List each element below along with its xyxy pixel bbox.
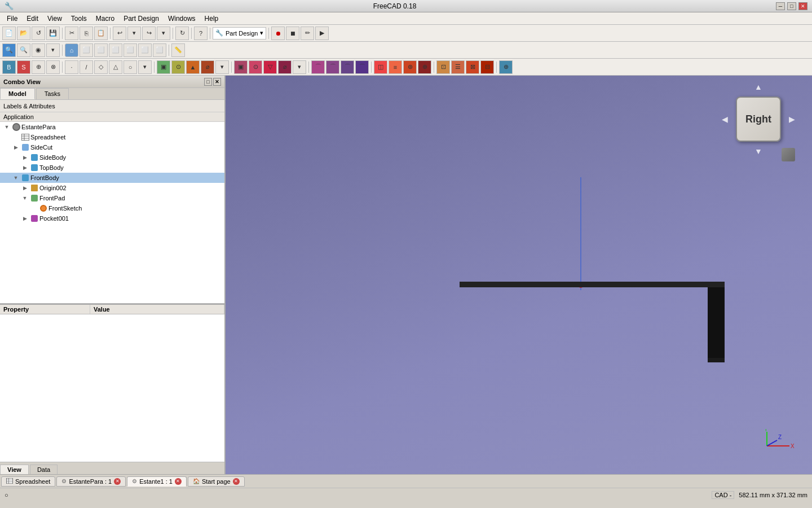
multi-transform[interactable]: ⊕ (418, 60, 431, 74)
poly-button[interactable]: △ (109, 60, 122, 74)
menu-item-edit[interactable]: Edit (22, 14, 43, 24)
help-button[interactable]: ? (194, 27, 208, 40)
paste-button[interactable]: 📋 (94, 27, 108, 40)
pad-button[interactable]: ▣ (157, 60, 170, 74)
toggle-sidecut[interactable]: ▶ (11, 144, 20, 150)
cut-button[interactable]: ✂ (65, 27, 78, 40)
sub-dropdown-button[interactable]: ▾ (293, 60, 306, 74)
home-view-button[interactable]: ⌂ (65, 43, 78, 57)
revert-button[interactable]: ↺ (32, 27, 45, 40)
groove-button[interactable]: ⊙ (249, 60, 262, 74)
redo-dropdown[interactable]: ▾ (157, 27, 170, 40)
draw-style-btn[interactable]: ◉ (32, 43, 45, 57)
maximize-button[interactable]: □ (787, 2, 796, 10)
fillet-button[interactable]: ⌒ (311, 60, 325, 74)
draft-button[interactable]: ⌒ (341, 60, 354, 74)
doc-tab-estante1-close[interactable]: ✕ (175, 478, 182, 485)
tab-view[interactable]: View (0, 465, 29, 474)
toggle-frontpad[interactable]: ▼ (20, 195, 29, 201)
tree-item-spreadsheet[interactable]: Spreadsheet (0, 132, 224, 142)
tree-item-frontbody[interactable]: ▼ FrontBody (0, 173, 224, 183)
sub-pipe-button[interactable]: ⌀ (278, 60, 292, 74)
section-button[interactable]: ⊡ (436, 60, 450, 74)
menu-item-macro[interactable]: Macro (91, 14, 119, 24)
menu-item-windows[interactable]: Windows (164, 14, 200, 24)
mirror-button[interactable]: ◫ (374, 60, 387, 74)
tree-item-frontsketch[interactable]: FrontSketch (0, 203, 224, 213)
line-button[interactable]: / (80, 60, 93, 74)
bool-button[interactable]: ⊗ (46, 60, 60, 74)
arc-dropdown-button[interactable]: ▾ (138, 60, 152, 74)
viewport[interactable]: ▲ ◀ ▶ ▼ Right (226, 76, 812, 474)
bottom-view-button[interactable]: ⬜ (138, 43, 152, 57)
extra-button[interactable]: ⊕ (499, 60, 513, 74)
close-shape-button[interactable]: ⊠ (466, 60, 479, 74)
macro-run-button[interactable]: ▶ (315, 27, 329, 40)
back-view-button[interactable]: ⬜ (123, 43, 137, 57)
menu-item-tools[interactable]: Tools (67, 14, 91, 24)
subshape-button[interactable]: S (17, 60, 30, 74)
measure-button[interactable]: 📏 (171, 43, 185, 57)
tab-data[interactable]: Data (30, 465, 58, 474)
doc-tab-startpage[interactable]: 🏠 Start page ✕ (188, 476, 245, 487)
doc-tab-spreadsheet[interactable]: Spreadsheet (1, 476, 55, 487)
refresh-button[interactable]: ↻ (175, 27, 189, 40)
undo-button[interactable]: ↩ (113, 27, 126, 40)
left-view-button[interactable]: ⬜ (153, 43, 166, 57)
macro-edit-button[interactable]: ✏ (301, 27, 314, 40)
sub-loft-button[interactable]: ▽ (263, 60, 277, 74)
redo-button[interactable]: ↪ (142, 27, 156, 40)
open-button[interactable]: 📂 (17, 27, 30, 40)
new-button[interactable]: 📄 (2, 27, 16, 40)
zoom-in-button[interactable]: 🔍 (17, 43, 30, 57)
toggle-estantepara[interactable]: ▼ (2, 124, 11, 130)
top-view-button[interactable]: ⬜ (109, 43, 122, 57)
tree-item-origin002[interactable]: ▶ Origin002 (0, 183, 224, 193)
shape-bind-button[interactable]: ⊟ (480, 60, 494, 74)
minimize-button[interactable]: ─ (776, 2, 785, 10)
tab-model[interactable]: Model (0, 88, 35, 99)
close-button[interactable]: ✕ (798, 2, 807, 10)
tree-item-frontpad[interactable]: ▼ FrontPad (0, 193, 224, 203)
right-view-button[interactable]: ⬜ (94, 43, 108, 57)
tree-item-topbody[interactable]: ▶ TopBody (0, 163, 224, 173)
polar-pattern[interactable]: ⊛ (403, 60, 417, 74)
menu-item-file[interactable]: File (2, 14, 22, 24)
toggle-origin002[interactable]: ▶ (20, 185, 29, 191)
tab-tasks[interactable]: Tasks (36, 88, 69, 99)
combo-close-button[interactable]: ✕ (213, 78, 221, 86)
macro-stop-button[interactable]: ⏹ (286, 27, 299, 40)
save-button[interactable]: 💾 (46, 27, 60, 40)
tree-item-sidebody[interactable]: ▶ SideBody (0, 152, 224, 163)
tree-item-pocket001[interactable]: ▶ Pocket001 (0, 213, 224, 224)
bom-button[interactable]: ☰ (451, 60, 465, 74)
tree-item-sidecut[interactable]: ▶ SideCut (0, 142, 224, 152)
doc-tab-estantepara[interactable]: ⚙ EstantePara : 1 ✕ (56, 476, 126, 487)
doc-tab-startpage-close[interactable]: ✕ (233, 478, 240, 485)
combo-restore-button[interactable]: □ (204, 78, 212, 86)
toggle-topbody[interactable]: ▶ (20, 165, 29, 170)
tree-item-estantepara[interactable]: ▼ EstantePara (0, 122, 224, 132)
copy-button[interactable]: ⎘ (80, 27, 93, 40)
toggle-sidebody[interactable]: ▶ (20, 155, 29, 160)
circle-button[interactable]: ○ (123, 60, 137, 74)
tree-view[interactable]: Application ▼ EstantePara Spreadsheet ▶ … (0, 112, 224, 304)
point-button[interactable]: · (65, 60, 78, 74)
clone-button[interactable]: ⊕ (32, 60, 45, 74)
additive-loft[interactable]: ▲ (186, 60, 200, 74)
linear-pattern[interactable]: ≡ (389, 60, 402, 74)
chamfer-button[interactable]: ⌒ (326, 60, 339, 74)
undo-dropdown[interactable]: ▾ (127, 27, 141, 40)
thickness-button[interactable]: ⌒ (355, 60, 369, 74)
draw-style-dropdown[interactable]: ▾ (46, 43, 60, 57)
workbench-selector[interactable]: 🔧 Part Design ▾ (213, 27, 266, 40)
macro-record-button[interactable]: ⏺ (271, 27, 285, 40)
diamond-button[interactable]: ◇ (94, 60, 108, 74)
body-button[interactable]: B (2, 60, 16, 74)
doc-tab-estantepara-close[interactable]: ✕ (114, 478, 121, 485)
doc-tab-estante1[interactable]: ⚙ Estante1 : 1 ✕ (127, 476, 187, 487)
toggle-pocket001[interactable]: ▶ (20, 216, 29, 221)
menu-item-view[interactable]: View (43, 14, 67, 24)
additive-pipe[interactable]: ⌀ (201, 60, 214, 74)
toggle-frontbody[interactable]: ▼ (11, 175, 20, 181)
